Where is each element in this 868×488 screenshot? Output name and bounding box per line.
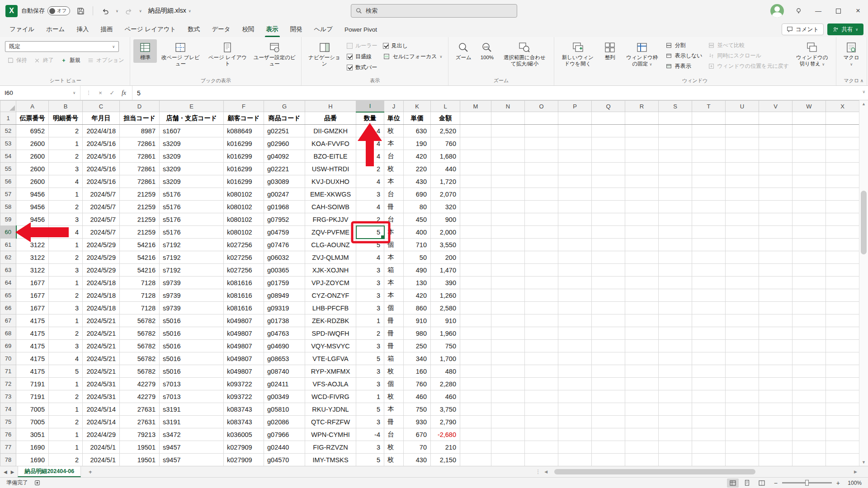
cell-N58[interactable] bbox=[491, 201, 525, 213]
cell-N78[interactable] bbox=[491, 454, 525, 466]
cell-T60[interactable] bbox=[692, 226, 726, 239]
cell-I56[interactable]: 4 bbox=[356, 175, 384, 188]
cell-L78[interactable]: 2,150 bbox=[431, 454, 460, 466]
cell-E76[interactable]: s3472 bbox=[160, 428, 224, 441]
horizontal-scroll-thumb[interactable] bbox=[554, 469, 755, 474]
cell-A60[interactable]: 9456 bbox=[16, 226, 49, 239]
cell-M68[interactable] bbox=[460, 327, 491, 340]
cell-U70[interactable] bbox=[726, 352, 759, 365]
cell-V56[interactable] bbox=[759, 175, 793, 188]
cell-F71[interactable]: k049807 bbox=[224, 365, 264, 378]
cell-K70[interactable]: 340 bbox=[404, 352, 431, 365]
row-header-59[interactable]: 59 bbox=[0, 213, 16, 226]
custom-views-button[interactable]: ユーザー設定のビュー bbox=[251, 39, 298, 69]
navigation-button[interactable]: ナビゲーション bbox=[305, 39, 344, 69]
cell-G55[interactable]: g02221 bbox=[264, 163, 305, 175]
cell-H64[interactable]: VPJ-ZOYCM bbox=[305, 277, 356, 289]
cell-D57[interactable]: 21259 bbox=[120, 188, 160, 201]
cell-E56[interactable]: s3209 bbox=[160, 175, 224, 188]
cell-X54[interactable] bbox=[826, 150, 859, 163]
cell-P61[interactable] bbox=[558, 239, 592, 251]
cell-R78[interactable] bbox=[625, 454, 659, 466]
cell-T78[interactable] bbox=[692, 454, 726, 466]
cell-K65[interactable]: 420 bbox=[404, 289, 431, 302]
cell-J78[interactable]: 枚 bbox=[384, 454, 404, 466]
cell-P1[interactable] bbox=[558, 112, 592, 125]
cell-D66[interactable]: 7128 bbox=[120, 302, 160, 314]
cell-V74[interactable] bbox=[759, 403, 793, 416]
cell-H72[interactable]: VFS-AOJLA bbox=[305, 378, 356, 390]
cell-L54[interactable]: 1,680 bbox=[431, 150, 460, 163]
cell-N73[interactable] bbox=[491, 390, 525, 403]
page-break-preview-button[interactable]: 改ページ プレビュー bbox=[157, 39, 204, 69]
cell-B53[interactable]: 1 bbox=[49, 137, 83, 150]
ribbon-tab-ヘルプ[interactable]: ヘルプ bbox=[308, 22, 339, 37]
cell-E64[interactable]: s9739 bbox=[160, 277, 224, 289]
cell-H54[interactable]: BZO-EITLE bbox=[305, 150, 356, 163]
cell-K74[interactable]: 750 bbox=[404, 403, 431, 416]
cell-F66[interactable]: k081616 bbox=[224, 302, 264, 314]
cell-O64[interactable] bbox=[525, 277, 558, 289]
ribbon-tab-数式[interactable]: 数式 bbox=[182, 22, 206, 37]
cell-K63[interactable]: 490 bbox=[404, 264, 431, 277]
cell-M62[interactable] bbox=[460, 251, 491, 264]
cell-S70[interactable] bbox=[659, 352, 692, 365]
cell-K76[interactable]: 670 bbox=[404, 428, 431, 441]
cell-P72[interactable] bbox=[558, 378, 592, 390]
cell-D73[interactable]: 42279 bbox=[120, 390, 160, 403]
cell-M72[interactable] bbox=[460, 378, 491, 390]
cell-G63[interactable]: g00365 bbox=[264, 264, 305, 277]
cell-F73[interactable]: k093722 bbox=[224, 390, 264, 403]
cell-L58[interactable]: 320 bbox=[431, 201, 460, 213]
cell-C76[interactable]: 2024/4/29 bbox=[83, 428, 120, 441]
cell-G65[interactable]: g08949 bbox=[264, 289, 305, 302]
cell-H70[interactable]: VTE-LGFVA bbox=[305, 352, 356, 365]
cell-F70[interactable]: k049807 bbox=[224, 352, 264, 365]
cell-L67[interactable]: 910 bbox=[431, 314, 460, 327]
cell-P71[interactable] bbox=[558, 365, 592, 378]
cell-V78[interactable] bbox=[759, 454, 793, 466]
cell-J63[interactable]: 箱 bbox=[384, 264, 404, 277]
sheet-tab-active[interactable]: 納品明細202404-06 bbox=[18, 466, 81, 477]
cell-A52[interactable]: 6952 bbox=[16, 125, 49, 137]
cell-K55[interactable]: 220 bbox=[404, 163, 431, 175]
row-header-73[interactable]: 73 bbox=[0, 390, 16, 403]
cell-V52[interactable] bbox=[759, 125, 793, 137]
column-header-O[interactable]: O bbox=[525, 101, 558, 112]
cell-F54[interactable]: k016299 bbox=[224, 150, 264, 163]
cell-I71[interactable]: 3 bbox=[356, 365, 384, 378]
cell-F53[interactable]: k016299 bbox=[224, 137, 264, 150]
cell-P52[interactable] bbox=[558, 125, 592, 137]
cell-O74[interactable] bbox=[525, 403, 558, 416]
cell-U66[interactable] bbox=[726, 302, 759, 314]
cell-A74[interactable]: 7005 bbox=[16, 403, 49, 416]
cell-P78[interactable] bbox=[558, 454, 592, 466]
cell-I1[interactable]: 数量 bbox=[356, 112, 384, 125]
cell-O76[interactable] bbox=[525, 428, 558, 441]
scroll-right-icon[interactable]: ▶ bbox=[854, 469, 857, 474]
cell-B1[interactable]: 明細番号 bbox=[49, 112, 83, 125]
cell-Q78[interactable] bbox=[592, 454, 625, 466]
cell-V54[interactable] bbox=[759, 150, 793, 163]
cell-L77[interactable]: 210 bbox=[431, 441, 460, 454]
cell-O72[interactable] bbox=[525, 378, 558, 390]
cell-D76[interactable]: 79213 bbox=[120, 428, 160, 441]
cell-N65[interactable] bbox=[491, 289, 525, 302]
cell-H75[interactable]: QTC-RFZFW bbox=[305, 416, 356, 428]
cell-H76[interactable]: WPN-CYMHI bbox=[305, 428, 356, 441]
cell-W64[interactable] bbox=[793, 277, 826, 289]
cell-J76[interactable]: 台 bbox=[384, 428, 404, 441]
cell-U59[interactable] bbox=[726, 213, 759, 226]
cell-E75[interactable]: s3191 bbox=[160, 416, 224, 428]
row-header-67[interactable]: 67 bbox=[0, 314, 16, 327]
cell-D69[interactable]: 56782 bbox=[120, 340, 160, 352]
cell-X55[interactable] bbox=[826, 163, 859, 175]
cell-L70[interactable]: 1,700 bbox=[431, 352, 460, 365]
cell-G69[interactable]: g04690 bbox=[264, 340, 305, 352]
cell-W53[interactable] bbox=[793, 137, 826, 150]
cell-W1[interactable] bbox=[793, 112, 826, 125]
cell-G73[interactable]: g00349 bbox=[264, 390, 305, 403]
autosave-toggle[interactable]: 自動保存 オフ bbox=[21, 6, 70, 15]
cell-Q66[interactable] bbox=[592, 302, 625, 314]
cell-B60[interactable]: 4 bbox=[49, 226, 83, 239]
